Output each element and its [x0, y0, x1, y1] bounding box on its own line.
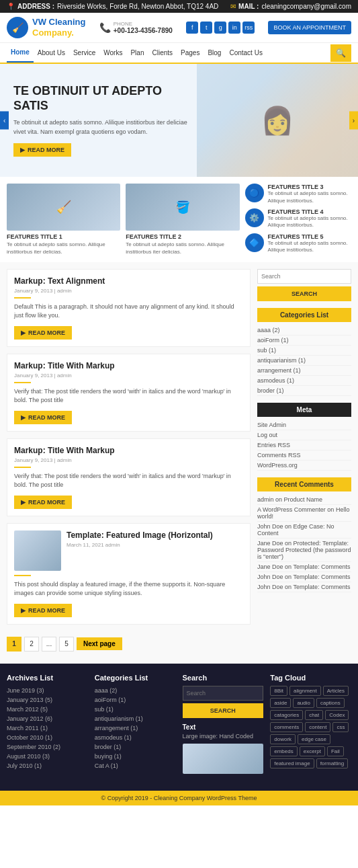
archive-item[interactable]: September 2010 (2) — [7, 742, 88, 752]
footer-search-input[interactable] — [183, 686, 264, 701]
tag-alignment[interactable]: alignment — [289, 686, 321, 696]
site-header: 🧹 VW Cleaning Company. 📞 PHONE +00-123-4… — [0, 13, 358, 43]
footer-search: SEARCH — [183, 686, 264, 718]
footer-category-item[interactable]: arrangement (1) — [95, 723, 176, 733]
post-meta-1: January 9, 2013 | admin — [14, 288, 243, 294]
nav-item-home[interactable]: Home — [7, 43, 34, 63]
read-more-button-1[interactable]: ▶ READ MORE — [14, 326, 72, 340]
category-item[interactable]: arrangement (1) — [257, 366, 351, 376]
footer-category-item[interactable]: buying (1) — [95, 752, 176, 761]
category-item[interactable]: sub (1) — [257, 346, 351, 356]
facebook-icon[interactable]: f — [186, 22, 198, 34]
category-item[interactable]: aoiForm (1) — [257, 336, 351, 346]
tag-comments[interactable]: comments — [270, 722, 303, 732]
google-icon[interactable]: g — [214, 22, 226, 34]
category-item[interactable]: asmodeus (1) — [257, 376, 351, 386]
nav-item-works[interactable]: Works — [99, 44, 126, 62]
nav-search-button[interactable]: 🔍 — [330, 44, 351, 62]
sidebar-search-button[interactable]: SEARCH — [257, 286, 351, 301]
meta-item-site-admin[interactable]: Site Admin — [257, 420, 351, 430]
footer-category-item[interactable]: asmodeus (1) — [95, 733, 176, 742]
nav-item-pages[interactable]: Pages — [177, 44, 204, 62]
footer-category-item[interactable]: sub (1) — [95, 705, 176, 714]
nav-item-plan[interactable]: Plan — [126, 44, 148, 62]
archive-item[interactable]: March 2012 (5) — [7, 705, 88, 714]
tag-css[interactable]: css — [332, 722, 349, 732]
archive-item[interactable]: March 2011 (1) — [7, 723, 88, 733]
comment-item: John Doe on Template: Comments — [257, 582, 351, 592]
tag-embeds[interactable]: embeds — [270, 746, 297, 756]
read-more-button-3[interactable]: ▶ READ MORE — [14, 496, 72, 509]
read-more-button-2[interactable]: ▶ READ MORE — [14, 411, 72, 424]
tag-excerpt[interactable]: excerpt — [300, 746, 325, 756]
tag-chat[interactable]: chat — [305, 710, 323, 720]
phone-area: 📞 PHONE +00-123-4356-7890 — [99, 21, 173, 34]
tag-content[interactable]: content — [305, 722, 330, 732]
footer-category-item[interactable]: Cat A (1) — [95, 761, 176, 771]
meta-item-logout[interactable]: Log out — [257, 430, 351, 440]
nav-item-blog[interactable]: Blog — [204, 44, 225, 62]
logo[interactable]: 🧹 VW Cleaning Company. — [7, 17, 85, 38]
archive-item[interactable]: January 2013 (5) — [7, 695, 88, 705]
tag-audio[interactable]: audio — [293, 698, 314, 708]
twitter-icon[interactable]: t — [200, 22, 212, 34]
read-more-button-4[interactable]: ▶ READ MORE — [14, 604, 72, 617]
feature-item-desc-5: Te obtinuit ut adepto satis somno. Alili… — [268, 240, 351, 254]
archive-item[interactable]: August 2010 (3) — [7, 752, 88, 761]
page-5-button[interactable]: 5 — [59, 637, 74, 652]
tag-cloud-list: 8Bit alignment Articles aside audio capt… — [270, 686, 351, 768]
arrow-icon: ▶ — [21, 607, 26, 614]
rss-icon[interactable]: rss — [242, 22, 255, 34]
archive-item[interactable]: July 2010 (1) — [7, 761, 88, 771]
post-meta-3: January 9, 2013 | admin — [14, 457, 243, 463]
tag-dowork[interactable]: dowork — [270, 734, 296, 744]
feature-item-5: 🔷 FEATURES TITLE 5 Te obtinuit ut adepto… — [245, 233, 351, 254]
footer-category-item[interactable]: broder (1) — [95, 742, 176, 752]
category-item[interactable]: broder (1) — [257, 386, 351, 396]
book-appointment-button[interactable]: BOOK AN APPOINTMENT — [268, 21, 351, 34]
footer-category-item[interactable]: aaaa (2) — [95, 686, 176, 695]
meta-item-wordpress[interactable]: WordPress.org — [257, 461, 351, 471]
nav-item-contact[interactable]: Contact Us — [225, 44, 266, 62]
footer-category-item[interactable]: antiquarianism (1) — [95, 714, 176, 723]
tag-catagories[interactable]: catagories — [270, 710, 303, 720]
tag-cloud-title: Tag Cloud — [270, 674, 351, 682]
linkedin-icon[interactable]: in — [228, 22, 240, 34]
blog-post-3: Markup: Title With Markup January 9, 201… — [7, 438, 251, 516]
sidebar-search-input[interactable] — [257, 269, 351, 284]
page-2-button[interactable]: 2 — [24, 637, 39, 652]
tag-fail[interactable]: Fail — [327, 746, 344, 756]
tag-captions[interactable]: captions — [316, 698, 345, 708]
footer-tag-cloud: Tag Cloud 8Bit alignment Articles aside … — [270, 674, 351, 774]
tag-edge-case[interactable]: edge case — [298, 734, 330, 744]
meta-item-comments-rss[interactable]: Comments RSS — [257, 450, 351, 461]
tag-codex[interactable]: Codex — [325, 710, 349, 720]
mail-label: MAIL : — [238, 3, 259, 10]
archive-item[interactable]: October 2010 (1) — [7, 733, 88, 742]
hero-read-more-button[interactable]: ▶ READ MORE — [13, 143, 71, 157]
category-item[interactable]: antiquarianism (1) — [257, 356, 351, 366]
nav-item-service[interactable]: Service — [69, 44, 99, 62]
tag-featured-image[interactable]: featured image — [270, 758, 314, 768]
meta-item-entries-rss[interactable]: Entries RSS — [257, 440, 351, 450]
hero-prev-button[interactable]: ‹ — [0, 112, 9, 130]
footer-category-item[interactable]: aoiForm (1) — [95, 695, 176, 705]
arrow-icon: ▶ — [21, 329, 26, 336]
blog-post-4: Template: Featured Image (Horizontal) Ma… — [7, 523, 251, 625]
nav-item-about[interactable]: About Us — [34, 44, 69, 62]
tag-aside[interactable]: aside — [270, 698, 291, 708]
tag-formatting[interactable]: formatting — [316, 758, 349, 768]
archive-item[interactable]: June 2019 (3) — [7, 686, 88, 695]
hero-next-button[interactable]: › — [349, 112, 358, 130]
archive-item[interactable]: January 2012 (6) — [7, 714, 88, 723]
feature-icon-3: 🔵 — [245, 184, 264, 202]
tag-8bit[interactable]: 8Bit — [270, 686, 287, 696]
arrow-icon: ▶ — [20, 147, 25, 153]
next-page-button[interactable]: Next page — [77, 637, 122, 650]
tag-articles[interactable]: Articles — [323, 686, 349, 696]
nav-item-clients[interactable]: Clients — [148, 44, 177, 62]
meta-title: Meta — [257, 403, 351, 417]
footer-search-button[interactable]: SEARCH — [183, 703, 264, 718]
page-1-button[interactable]: 1 — [7, 637, 21, 652]
category-item[interactable]: aaaa (2) — [257, 325, 351, 336]
